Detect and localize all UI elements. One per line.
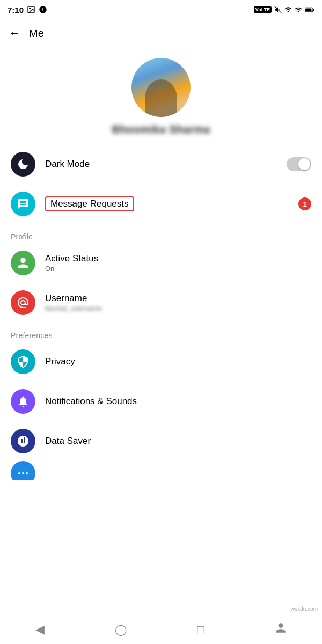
person-nav-icon[interactable] <box>275 622 287 637</box>
dark-mode-label: Dark Mode <box>45 159 311 170</box>
message-requests-badge: 1 <box>298 197 311 210</box>
avatar[interactable] <box>131 58 191 117</box>
active-status-value: On <box>45 265 311 273</box>
status-bar-right: VoLTE <box>254 6 314 13</box>
data-saver-item[interactable]: Data Saver <box>0 421 322 461</box>
person-icon <box>11 251 35 275</box>
back-nav-icon[interactable]: ◀ <box>35 623 45 636</box>
message-requests-item[interactable]: Message Requests 1 <box>0 184 322 224</box>
bottom-nav: ◀ ◯ □ <box>0 614 322 644</box>
data-saver-label: Data Saver <box>45 436 311 447</box>
page-title: Me <box>29 27 44 40</box>
user-name[interactable]: Bhoomika Sharma <box>112 123 210 136</box>
gallery-icon <box>27 5 35 14</box>
svg-point-8 <box>26 472 28 474</box>
battery-icon <box>305 6 314 13</box>
dark-mode-toggle[interactable] <box>287 157 311 171</box>
svg-rect-4 <box>313 9 314 11</box>
settings-list: Dark Mode Message Requests 1 Profile Act… <box>0 144 322 480</box>
profile-section-header: Profile <box>0 224 322 243</box>
status-bar: 7:10 VoLTE <box>0 0 322 19</box>
svg-point-1 <box>30 8 31 9</box>
notifications-label: Notifications & Sounds <box>45 396 311 407</box>
mute-icon <box>274 6 282 13</box>
bell-icon <box>11 389 35 414</box>
toggle-knob <box>298 158 310 170</box>
watermark: wsxdn.com <box>291 606 318 612</box>
preferences-section-header: Preferences <box>0 323 322 342</box>
svg-point-7 <box>22 472 24 474</box>
more-icon <box>11 461 35 480</box>
square-nav-icon[interactable]: □ <box>197 623 204 636</box>
username-value: blurred_username <box>45 304 311 312</box>
privacy-item[interactable]: Privacy <box>0 342 322 382</box>
home-nav-icon[interactable]: ◯ <box>115 623 127 636</box>
volte-badge: VoLTE <box>254 6 272 13</box>
more-item[interactable] <box>0 461 322 480</box>
active-status-label: Active Status <box>45 253 311 264</box>
dark-mode-item[interactable]: Dark Mode <box>0 144 322 184</box>
message-requests-label-box: Message Requests <box>45 196 134 211</box>
toggle-switch[interactable] <box>287 157 311 171</box>
status-bar-left: 7:10 <box>8 5 47 14</box>
notifications-item[interactable]: Notifications & Sounds <box>0 382 322 421</box>
shield-icon <box>11 349 35 374</box>
active-status-item[interactable]: Active Status On <box>0 243 322 283</box>
signal-bars-icon <box>11 429 35 453</box>
svg-point-6 <box>18 472 20 474</box>
wifi-icon <box>284 6 292 13</box>
username-label: Username <box>45 293 311 304</box>
chat-icon <box>11 192 35 216</box>
messenger-icon <box>39 5 47 14</box>
header: ← Me <box>0 19 322 47</box>
message-requests-label: Message Requests <box>50 199 129 209</box>
moon-icon <box>11 152 35 177</box>
time-display: 7:10 <box>8 5 24 14</box>
privacy-label: Privacy <box>45 356 311 367</box>
username-item[interactable]: Username blurred_username <box>0 283 322 323</box>
avatar-section: Bhoomika Sharma <box>0 47 322 144</box>
signal-icon <box>295 6 302 13</box>
svg-rect-5 <box>305 8 311 11</box>
at-icon <box>11 290 35 315</box>
back-button[interactable]: ← <box>9 26 20 40</box>
